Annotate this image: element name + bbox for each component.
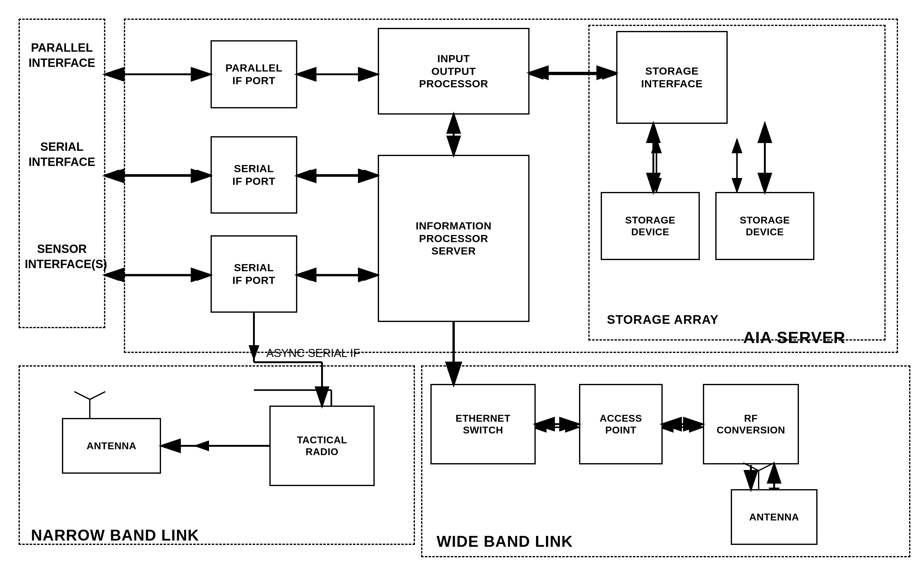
antenna-wideband-box: ANTENNA (731, 489, 817, 545)
input-output-processor-box: INPUTOUTPUTPROCESSOR (378, 28, 530, 115)
svg-line-31 (758, 466, 768, 471)
diagram: PARALLELINTERFACE SERIALINTERFACE SENSOR… (0, 0, 924, 574)
information-processor-server-box: INFORMATIONPROCESSORSERVER (378, 155, 530, 322)
ethernet-switch-box: ETHERNETSWITCH (430, 384, 536, 464)
parallel-if-port-box: PARALLELIF PORT (211, 40, 297, 108)
serial-if-port-1-box: SERIALIF PORT (211, 136, 297, 214)
storage-device-2-box: STORAGEDEVICE (715, 192, 814, 260)
antenna-narrowband-box: ANTENNA (62, 418, 161, 474)
storage-interface-box: STORAGEINTERFACE (616, 31, 728, 124)
storage-device-1-box: STORAGEDEVICE (601, 192, 700, 260)
svg-line-25 (80, 395, 90, 399)
storage-array-label: STORAGE ARRAY (607, 313, 719, 326)
antenna-icon-wideband (737, 461, 781, 492)
parallel-interface-label: PARALLELINTERFACE (25, 40, 99, 71)
tactical-radio-box: TACTICALRADIO (270, 405, 375, 486)
sensor-interface-label: SENSORINTERFACE(S) (25, 241, 99, 272)
serial-interface-label: SERIALINTERFACE (25, 139, 99, 170)
svg-line-26 (90, 395, 99, 399)
svg-line-30 (749, 466, 758, 471)
antenna-icon-narrowband (68, 390, 112, 421)
narrow-band-link-label: NARROW BAND LINK (31, 526, 199, 544)
wide-band-link-label: WIDE BAND LINK (437, 533, 573, 550)
serial-if-port-2-box: SERIALIF PORT (211, 235, 297, 313)
async-serial-if-label: ASYNC SERIAL IF (266, 347, 360, 360)
access-point-box: ACCESSPOINT (579, 384, 663, 464)
rf-conversion-box: RFCONVERSION (703, 384, 799, 464)
